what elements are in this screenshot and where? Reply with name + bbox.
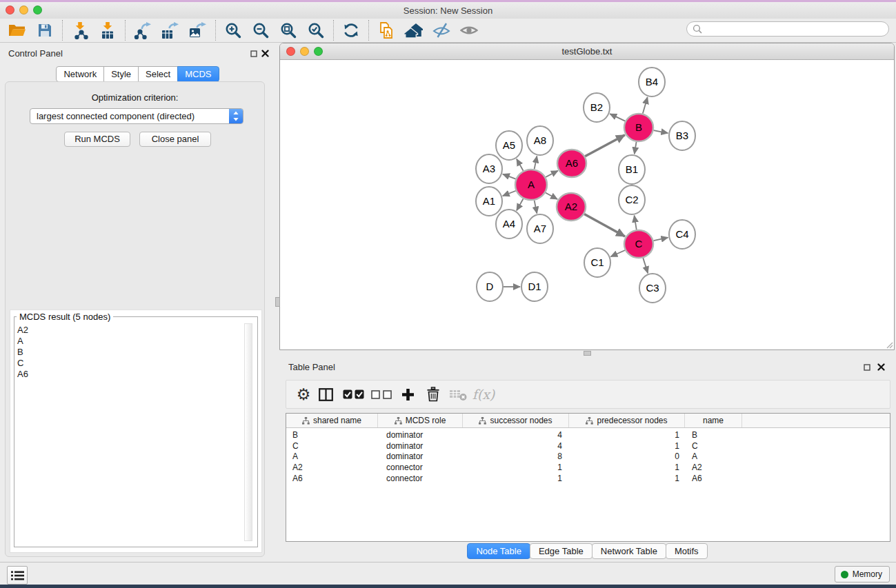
table-row[interactable]: Bdominator41B xyxy=(286,429,890,440)
graph-edge-B-B3[interactable] xyxy=(654,130,668,133)
graph-edge-A-A2[interactable] xyxy=(546,192,557,199)
graph-edge-C-C3[interactable] xyxy=(643,258,648,273)
show-columns-button[interactable] xyxy=(312,384,339,405)
graph-node-D1[interactable]: D1 xyxy=(521,272,548,301)
graph-node-C1[interactable]: C1 xyxy=(584,248,610,277)
mcds-result-item[interactable]: A6 xyxy=(17,369,243,380)
export-network-button[interactable] xyxy=(129,19,157,42)
optimization-criterion-select[interactable]: largest connected component (directed) xyxy=(30,108,243,124)
table-mode-gear-button[interactable]: ⚙ xyxy=(295,384,312,405)
graph-edge-A-A7[interactable] xyxy=(535,201,537,214)
table-row[interactable]: Adominator80A xyxy=(286,451,890,462)
graph-node-B1[interactable]: B1 xyxy=(619,155,645,184)
graph-node-C2[interactable]: C2 xyxy=(619,185,645,214)
zoom-in-button[interactable] xyxy=(219,19,247,42)
search-input[interactable] xyxy=(706,23,888,35)
delete-table-button[interactable] xyxy=(446,384,470,405)
add-column-button[interactable] xyxy=(395,384,420,405)
graph-node-C3[interactable]: C3 xyxy=(639,274,666,303)
network-vertical-scrollbar-thumb[interactable] xyxy=(275,297,280,307)
graph-edge-A-A4[interactable] xyxy=(517,199,524,210)
graph-node-A2[interactable]: A2 xyxy=(557,193,586,221)
graph-edge-A-A8[interactable] xyxy=(535,156,537,169)
hide-selected-button[interactable] xyxy=(428,19,455,42)
table-tab-edge-table[interactable]: Edge Table xyxy=(530,543,593,559)
graph-edge-C-C2[interactable] xyxy=(635,216,637,230)
float-panel-button[interactable] xyxy=(249,49,258,58)
table-tab-network-table[interactable]: Network Table xyxy=(592,543,666,559)
show-all-button[interactable] xyxy=(455,19,483,42)
zoom-selected-button[interactable] xyxy=(302,19,330,42)
graph-node-A3[interactable]: A3 xyxy=(476,154,502,183)
zoom-out-button[interactable] xyxy=(247,19,275,42)
table-tab-motifs[interactable]: Motifs xyxy=(666,543,708,559)
mcds-result-item[interactable]: A2 xyxy=(17,325,243,336)
graph-edge-B-B2[interactable] xyxy=(610,114,625,121)
graph-node-A6[interactable]: A6 xyxy=(557,150,586,177)
graph-edge-B-B1[interactable] xyxy=(635,142,637,154)
table-row[interactable]: A6connector11A6 xyxy=(286,473,890,484)
refresh-layout-button[interactable] xyxy=(337,19,365,42)
run-mcds-button[interactable]: Run MCDS xyxy=(64,132,130,147)
mcds-result-item[interactable]: B xyxy=(17,347,243,358)
function-builder-button[interactable]: f(x) xyxy=(470,384,497,405)
clone-network-button[interactable] xyxy=(372,19,400,42)
network-horizontal-scrollbar-thumb[interactable] xyxy=(584,351,591,356)
graph-edge-A2-C[interactable] xyxy=(584,214,625,236)
graph-edge-B-B4[interactable] xyxy=(643,97,648,114)
column-header-predecessor-nodes[interactable]: predecessor nodes xyxy=(569,414,685,427)
network-graph-canvas[interactable]: B4B2BB3A5A8A6A3B1AC2A1A2A4A7C4CC1DD1C3 xyxy=(280,59,894,349)
column-header-shared-name[interactable]: shared name xyxy=(286,414,378,427)
import-network-button[interactable] xyxy=(66,19,94,42)
delete-column-button[interactable] xyxy=(420,384,446,405)
graph-edge-A-A6[interactable] xyxy=(546,171,558,177)
graph-edge-A-A5[interactable] xyxy=(517,159,524,171)
save-session-button[interactable] xyxy=(31,19,59,42)
zoom-fit-button[interactable] xyxy=(275,19,302,42)
export-image-button[interactable] xyxy=(184,19,212,42)
graph-node-C[interactable]: C xyxy=(624,230,653,258)
table-row[interactable]: A2connector11A2 xyxy=(286,462,890,473)
first-neighbors-button[interactable] xyxy=(400,19,428,42)
import-table-button[interactable] xyxy=(94,19,121,42)
mcds-result-item[interactable]: A xyxy=(17,336,243,347)
graph-edge-A6-B[interactable] xyxy=(585,135,625,156)
graph-edge-C-C1[interactable] xyxy=(610,250,625,256)
float-table-panel-button[interactable] xyxy=(862,363,871,372)
resize-grip-icon[interactable] xyxy=(885,341,893,349)
graph-node-A8[interactable]: A8 xyxy=(527,126,553,155)
memory-button[interactable]: Memory xyxy=(835,566,890,582)
graph-node-C4[interactable]: C4 xyxy=(669,220,695,249)
graph-node-A4[interactable]: A4 xyxy=(496,210,522,239)
column-header-name[interactable]: name xyxy=(685,414,742,427)
control-tab-network[interactable]: Network xyxy=(56,66,104,82)
mcds-result-item[interactable]: C xyxy=(17,358,243,369)
graph-node-A5[interactable]: A5 xyxy=(496,131,522,160)
network-window-titlebar[interactable]: testGlobe.txt xyxy=(280,43,894,60)
graph-node-D[interactable]: D xyxy=(477,272,503,301)
control-tab-mcds[interactable]: MCDS xyxy=(177,66,219,82)
control-tab-select[interactable]: Select xyxy=(138,66,178,82)
select-all-button[interactable] xyxy=(339,384,368,405)
export-table-button[interactable] xyxy=(157,19,184,42)
graph-node-B[interactable]: B xyxy=(624,114,653,141)
graph-edge-A-A1[interactable] xyxy=(503,191,516,196)
graph-node-A7[interactable]: A7 xyxy=(527,214,553,243)
search-box[interactable] xyxy=(686,21,889,37)
column-header-successor-nodes[interactable]: successor nodes xyxy=(463,414,569,427)
table-row[interactable]: Cdominator41C xyxy=(286,440,890,452)
close-panel-button-mcds[interactable]: Close panel xyxy=(139,132,211,147)
table-tab-node-table[interactable]: Node Table xyxy=(467,543,530,559)
result-scrollbar[interactable] xyxy=(244,323,252,541)
open-session-button[interactable] xyxy=(3,19,31,42)
graph-node-A[interactable]: A xyxy=(515,170,547,200)
close-table-panel-button[interactable] xyxy=(877,363,886,372)
column-header-MCDS-role[interactable]: MCDS role xyxy=(378,414,463,427)
close-panel-button[interactable] xyxy=(261,49,270,58)
deselect-all-button[interactable] xyxy=(368,384,395,405)
graph-node-A1[interactable]: A1 xyxy=(476,187,502,216)
graph-node-B3[interactable]: B3 xyxy=(669,121,695,150)
graph-node-B4[interactable]: B4 xyxy=(639,68,665,97)
graph-node-B2[interactable]: B2 xyxy=(584,93,610,122)
graph-edge-C-C4[interactable] xyxy=(653,238,668,241)
